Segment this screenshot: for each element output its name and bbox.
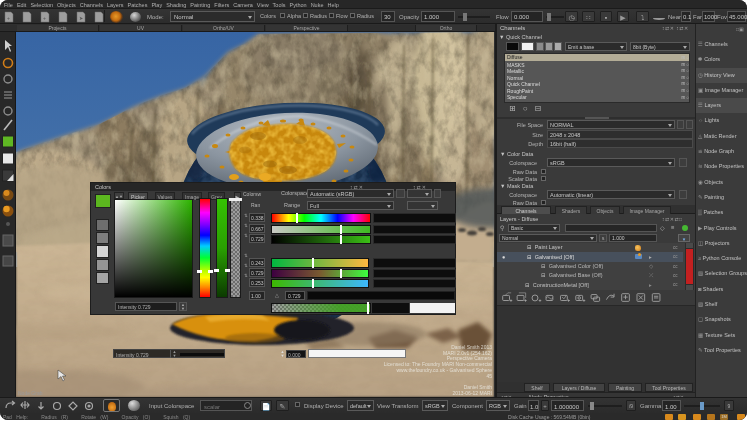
svg-text:+: + xyxy=(538,297,541,303)
svg-text:+: + xyxy=(524,297,527,303)
svg-text:➤: ➤ xyxy=(79,15,83,21)
svg-text:+: + xyxy=(567,297,570,303)
svg-text:+: + xyxy=(583,297,586,303)
svg-text:+: + xyxy=(7,15,10,21)
svg-text:+: + xyxy=(510,297,513,303)
svg-text:+: + xyxy=(43,15,46,21)
